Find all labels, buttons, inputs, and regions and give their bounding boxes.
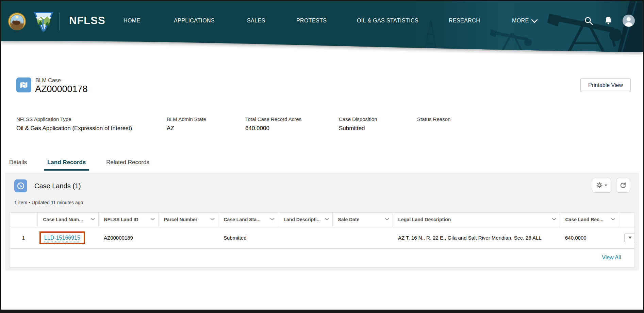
chevron-down-icon[interactable]: [611, 218, 615, 221]
field-nflss-application-type: NFLSS Application Type Oil & Gas Applica…: [16, 116, 132, 132]
field-value: 640.0000: [245, 125, 301, 132]
chevron-down-icon: [628, 237, 632, 239]
field-label: Case Disposition: [339, 116, 377, 122]
chevron-down-icon[interactable]: [531, 19, 538, 23]
blm-logo: [34, 11, 53, 32]
field-case-disposition: Case Disposition Submitted: [339, 116, 377, 132]
cell-legal-land-description: AZ T. 16 N., R. 22 E., Gila and Salt Riv…: [393, 227, 560, 248]
tab-related-records[interactable]: Related Records: [103, 159, 153, 171]
app-brand: NFLSS: [69, 15, 105, 27]
field-label: BLM Admin State: [167, 116, 206, 122]
column-sale-date[interactable]: Sale Date: [332, 213, 393, 227]
doi-seal-logo: [8, 12, 26, 31]
top-navigation: NFLSS HOME APPLICATIONS SALES PROTESTS O…: [1, 1, 643, 55]
nav-item-home[interactable]: HOME: [123, 18, 141, 24]
case-lands-title[interactable]: Case Lands (1): [34, 182, 81, 190]
cell-actions: [619, 227, 635, 248]
bell-icon[interactable]: [603, 15, 614, 26]
cell-case-land-number: LLD-15166915: [37, 227, 98, 248]
case-lands-table: Case Land Num... NFLSS Land ID Parcel Nu…: [10, 213, 635, 249]
column-parcel-number[interactable]: Parcel Number: [158, 213, 218, 227]
field-label: Total Case Record Acres: [245, 116, 301, 122]
chevron-down-icon[interactable]: [325, 218, 329, 221]
cell-case-land-status: Submitted: [218, 227, 278, 248]
cell-parcel-number: [158, 227, 218, 248]
cell-land-description: [278, 227, 332, 248]
case-lands-panel: Case Lands (1): [5, 173, 639, 271]
column-land-description[interactable]: Land Descripti...: [278, 213, 332, 227]
nav-item-research[interactable]: RESEARCH: [449, 18, 480, 24]
nav-item-oil-gas-statistics[interactable]: OIL & GAS STATISTICS: [357, 18, 418, 24]
view-all-link[interactable]: View All: [602, 255, 621, 261]
case-lands-table-card: Case Land Num... NFLSS Land ID Parcel Nu…: [9, 212, 635, 267]
refresh-icon: [620, 182, 627, 189]
field-value: AZ: [167, 125, 206, 132]
case-land-number-link[interactable]: LLD-15166915: [44, 235, 80, 242]
chevron-down-icon[interactable]: [385, 218, 389, 221]
list-settings-button[interactable]: [592, 178, 611, 193]
cell-sale-date: [332, 227, 393, 248]
field-value: Submitted: [339, 125, 377, 132]
record-header: BLM Case AZ00000178 Printable View: [16, 77, 631, 94]
highlight-fields: NFLSS Application Type Oil & Gas Applica…: [1, 116, 643, 134]
column-legal-land-description[interactable]: Legal Land Description: [393, 213, 560, 227]
field-total-case-record-acres: Total Case Record Acres 640.0000: [245, 116, 301, 132]
logo-divider: [60, 13, 60, 30]
field-label: NFLSS Application Type: [16, 116, 132, 122]
chevron-down-icon[interactable]: [552, 218, 556, 221]
cell-nflss-land-id: AZ00000189: [98, 227, 158, 248]
blm-case-entity-icon: [16, 77, 31, 92]
cell-case-land-record-acres: 640.0000: [560, 227, 619, 248]
row-actions-button[interactable]: [624, 233, 635, 242]
table-row: 1 LLD-15166915 AZ00000189 Submitted AZ T…: [10, 227, 635, 248]
chevron-down-icon: [605, 185, 607, 186]
refresh-button[interactable]: [616, 178, 630, 193]
record-title: AZ00000178: [35, 84, 88, 94]
column-row-number: [10, 213, 37, 227]
column-case-land-number[interactable]: Case Land Num...: [37, 213, 98, 227]
annotation-highlight-box: LLD-15166915: [39, 231, 85, 244]
record-tabs: Details Land Records Related Records: [6, 159, 643, 171]
page: NFLSS HOME APPLICATIONS SALES PROTESTS O…: [0, 0, 644, 313]
tab-details[interactable]: Details: [6, 159, 30, 171]
tab-land-records[interactable]: Land Records: [44, 159, 89, 171]
avatar-icon[interactable]: [622, 14, 635, 27]
compass-icon: [16, 181, 25, 190]
field-status-reason: Status Reason: [417, 116, 450, 125]
column-case-land-status[interactable]: Case Land Sta...: [218, 213, 278, 227]
column-actions: [619, 213, 635, 227]
nav-item-applications[interactable]: APPLICATIONS: [174, 18, 215, 24]
row-number: 1: [10, 227, 37, 248]
map-icon: [19, 81, 28, 89]
case-lands-entity-icon: [14, 179, 27, 192]
column-nflss-land-id[interactable]: NFLSS Land ID: [98, 213, 158, 227]
nav-item-protests[interactable]: PROTESTS: [296, 18, 327, 24]
list-meta: 1 item • Updated 11 minutes ago: [14, 200, 635, 206]
chevron-down-icon[interactable]: [90, 218, 95, 221]
case-lands-header: Case Lands (1): [9, 180, 635, 196]
entity-label: BLM Case: [35, 77, 61, 84]
column-case-land-record-acres[interactable]: Case Land Rec...: [560, 213, 619, 227]
field-value: Oil & Gas Application (Expression of Int…: [16, 125, 132, 132]
field-blm-admin-state: BLM Admin State AZ: [167, 116, 206, 132]
gear-icon: [596, 182, 603, 189]
nav-item-more[interactable]: MORE: [512, 18, 529, 24]
view-all-row: View All: [10, 249, 634, 267]
chevron-down-icon[interactable]: [270, 218, 275, 221]
chevron-down-icon[interactable]: [150, 218, 155, 221]
search-icon[interactable]: [583, 16, 594, 26]
printable-view-button[interactable]: Printable View: [580, 78, 631, 92]
chevron-down-icon[interactable]: [210, 218, 215, 221]
nav-item-sales[interactable]: SALES: [247, 18, 265, 24]
table-header-row: Case Land Num... NFLSS Land ID Parcel Nu…: [10, 213, 635, 227]
field-label: Status Reason: [417, 116, 450, 122]
